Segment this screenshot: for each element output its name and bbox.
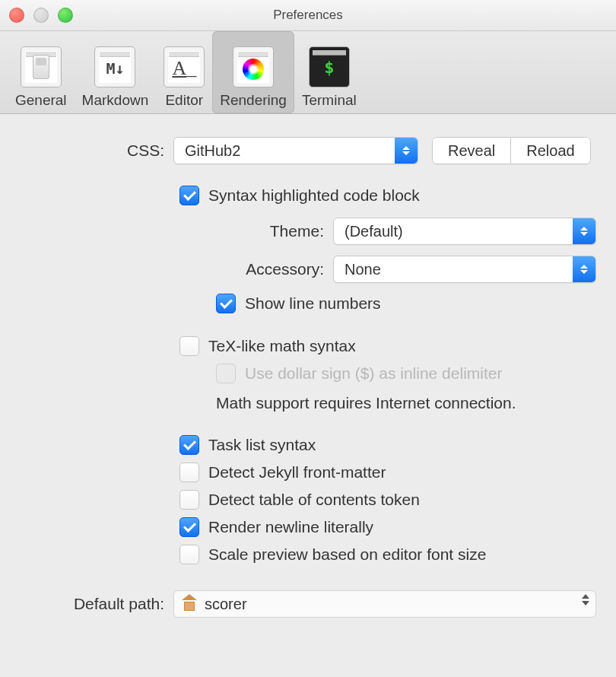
- tab-editor[interactable]: A_ Editor: [156, 31, 212, 113]
- default-path-label: Default path:: [20, 595, 173, 613]
- dropdown-arrows-icon: [573, 256, 595, 282]
- jekyll-checkbox-row: Detect Jekyll front-matter: [179, 462, 596, 482]
- titlebar: Preferences: [0, 0, 616, 31]
- markdown-icon: M↓: [94, 46, 135, 87]
- tex-math-label: TeX-like math syntax: [208, 337, 356, 355]
- tab-terminal[interactable]: $ Terminal: [294, 31, 364, 113]
- tex-math-checkbox[interactable]: [179, 336, 199, 356]
- dollar-inline-checkbox-row: Use dollar sign ($) as inline delimiter: [216, 364, 596, 383]
- css-dropdown-value: GitHub2: [174, 142, 395, 160]
- dropdown-arrows-icon: [395, 138, 418, 164]
- editor-icon: A_: [164, 46, 205, 87]
- tab-rendering-label: Rendering: [220, 92, 287, 109]
- accessory-label: Accessory:: [20, 260, 333, 278]
- window-controls: [9, 8, 73, 23]
- task-list-checkbox-row: Task list syntax: [179, 435, 596, 455]
- theme-dropdown-value: (Default): [334, 223, 573, 240]
- tab-general[interactable]: General: [8, 31, 75, 113]
- task-list-checkbox[interactable]: [179, 435, 199, 455]
- minimize-button[interactable]: [33, 8, 49, 23]
- home-icon: [182, 597, 197, 611]
- tab-terminal-label: Terminal: [302, 92, 357, 109]
- scale-preview-checkbox[interactable]: [179, 545, 199, 564]
- zoom-button[interactable]: [58, 8, 73, 23]
- tex-math-checkbox-row: TeX-like math syntax: [179, 336, 596, 356]
- math-note: Math support requires Internet connectio…: [216, 394, 516, 412]
- newline-literal-checkbox[interactable]: [179, 517, 199, 537]
- tab-rendering[interactable]: Rendering: [212, 31, 294, 113]
- tab-editor-label: Editor: [165, 92, 203, 109]
- syntax-highlight-checkbox[interactable]: [179, 186, 199, 205]
- jekyll-checkbox[interactable]: [179, 462, 199, 482]
- reload-button[interactable]: Reload: [511, 137, 590, 164]
- css-button-group: Reveal Reload: [432, 137, 591, 164]
- jekyll-label: Detect Jekyll front-matter: [208, 463, 386, 482]
- css-dropdown[interactable]: GitHub2: [173, 137, 418, 164]
- css-row: CSS: GitHub2 Reveal Reload: [20, 137, 596, 164]
- default-path-selector[interactable]: scorer: [173, 590, 596, 618]
- window-title: Preferences: [273, 8, 343, 23]
- task-list-label: Task list syntax: [208, 436, 316, 454]
- line-numbers-label: Show line numbers: [245, 294, 381, 313]
- stepper-arrows-icon: [582, 594, 589, 605]
- css-label: CSS:: [20, 141, 173, 160]
- dollar-inline-label: Use dollar sign ($) as inline delimiter: [245, 364, 502, 383]
- preferences-window: Preferences General M↓ Markdown A_ Edito…: [0, 0, 616, 677]
- dropdown-arrows-icon: [573, 218, 595, 244]
- toc-label: Detect table of contents token: [208, 491, 420, 509]
- rendering-icon: [233, 46, 274, 87]
- default-path-value: scorer: [205, 596, 247, 613]
- accessory-dropdown[interactable]: None: [333, 256, 596, 283]
- line-numbers-checkbox-row: Show line numbers: [216, 294, 596, 313]
- general-icon: [21, 46, 62, 87]
- syntax-highlight-checkbox-row: Syntax highlighted code block: [179, 186, 596, 205]
- newline-literal-label: Render newline literally: [208, 518, 373, 536]
- dollar-inline-checkbox: [216, 364, 236, 383]
- tab-general-label: General: [15, 92, 67, 109]
- syntax-highlight-label: Syntax highlighted code block: [208, 186, 420, 205]
- toc-checkbox-row: Detect table of contents token: [179, 490, 596, 510]
- scale-preview-checkbox-row: Scale preview based on editor font size: [179, 545, 596, 564]
- preferences-toolbar: General M↓ Markdown A_ Editor Rendering …: [0, 31, 616, 114]
- accessory-dropdown-value: None: [334, 261, 573, 278]
- toc-checkbox[interactable]: [179, 490, 199, 510]
- newline-literal-checkbox-row: Render newline literally: [179, 517, 596, 537]
- preferences-content: CSS: GitHub2 Reveal Reload Syntax highli…: [0, 114, 616, 677]
- tab-markdown-label: Markdown: [82, 92, 149, 109]
- line-numbers-checkbox[interactable]: [216, 294, 236, 313]
- scale-preview-label: Scale preview based on editor font size: [208, 545, 486, 564]
- tab-markdown[interactable]: M↓ Markdown: [75, 31, 157, 113]
- reveal-button[interactable]: Reveal: [432, 137, 511, 164]
- theme-dropdown[interactable]: (Default): [333, 218, 596, 245]
- close-button[interactable]: [9, 8, 24, 23]
- terminal-icon: $: [309, 46, 350, 87]
- theme-label: Theme:: [20, 222, 333, 240]
